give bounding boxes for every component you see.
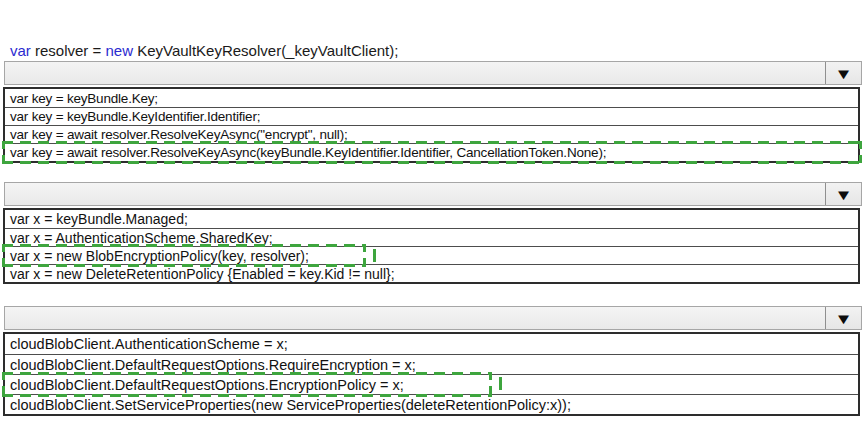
chevron-down-icon: ▼ xyxy=(834,187,853,202)
chevron-down-icon: ▼ xyxy=(834,311,853,326)
options-list-3: cloudBlobClient.AuthenticationScheme = x… xyxy=(3,332,860,416)
dropdown-combobox-1[interactable]: ▼ xyxy=(4,61,862,85)
question-canvas: var resolver = new KeyVaultKeyResolver(_… xyxy=(0,0,867,429)
options-list-1: var key = keyBundle.Key; var key = keyBu… xyxy=(3,87,860,163)
option-row[interactable]: var x = keyBundle.Managed; xyxy=(5,210,858,228)
dropdown-group-2: ▼ var x = keyBundle.Managed; var x = Aut… xyxy=(0,182,867,284)
option-row[interactable]: cloudBlobClient.DefaultRequestOptions.Re… xyxy=(5,354,858,374)
option-row[interactable]: var key = keyBundle.KeyIdentifier.Identi… xyxy=(5,107,858,125)
chevron-down-icon: ▼ xyxy=(834,66,853,81)
dropdown-group-1: ▼ var key = keyBundle.Key; var key = key… xyxy=(0,61,867,163)
dropdown-combobox-2[interactable]: ▼ xyxy=(4,182,862,206)
caret-mark xyxy=(373,249,376,262)
option-row-answer[interactable]: cloudBlobClient.DefaultRequestOptions.En… xyxy=(5,374,858,394)
option-row[interactable]: var x = new DeleteRetentionPolicy {Enabl… xyxy=(5,264,858,282)
options-list-2: var x = keyBundle.Managed; var x = Authe… xyxy=(3,208,860,284)
option-row[interactable]: var key = keyBundle.Key; xyxy=(5,89,858,107)
option-row[interactable]: cloudBlobClient.AuthenticationScheme = x… xyxy=(5,334,858,354)
dropdown-arrow-button-2[interactable]: ▼ xyxy=(825,183,861,205)
dropdown-combobox-3[interactable]: ▼ xyxy=(4,306,862,330)
dropdown-arrow-button-1[interactable]: ▼ xyxy=(825,62,861,84)
option-row-answer[interactable]: var key = await resolver.ResolveKeyAsync… xyxy=(5,143,858,161)
option-row[interactable]: var x = AuthenticationScheme.SharedKey; xyxy=(5,228,858,246)
code-line-1: var resolver = new KeyVaultKeyResolver(_… xyxy=(10,41,428,60)
dropdown-group-3: ▼ cloudBlobClient.AuthenticationScheme =… xyxy=(0,306,867,416)
dropdown-arrow-button-3[interactable]: ▼ xyxy=(825,307,861,329)
option-row[interactable]: var key = await resolver.ResolveKeyAsync… xyxy=(5,125,858,143)
caret-mark xyxy=(499,377,502,390)
option-row[interactable]: cloudBlobClient.SetServiceProperties(new… xyxy=(5,394,858,414)
option-row-answer[interactable]: var x = new BlobEncryptionPolicy(key, re… xyxy=(5,246,858,264)
